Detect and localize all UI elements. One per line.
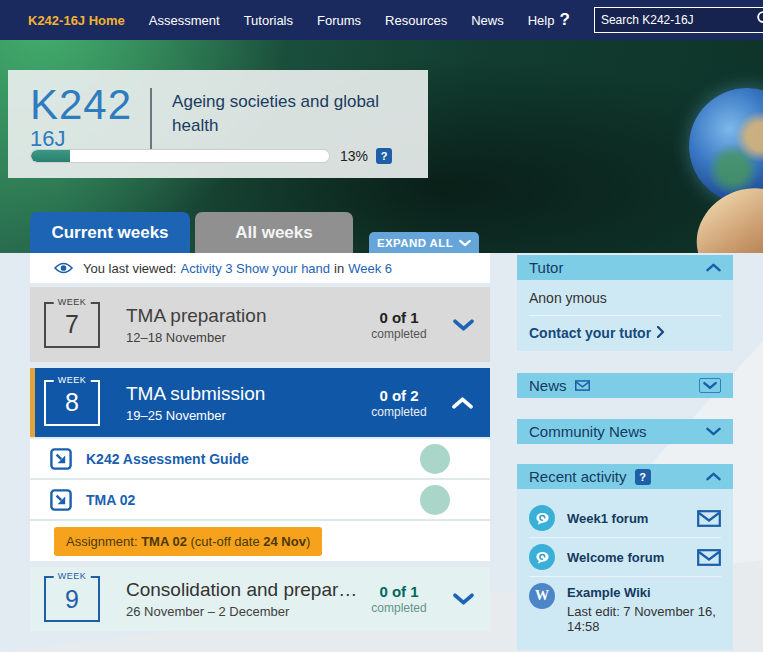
- tma02-link[interactable]: TMA 02: [86, 492, 135, 508]
- assessment-guide-link[interactable]: K242 Assessment Guide: [86, 451, 249, 467]
- wiki-last-edit: Last edit: 7 November 16, 14:58: [567, 604, 721, 634]
- week-8-progress: 0 of 2 completed: [358, 387, 440, 419]
- expand-all-label: EXPAND ALL: [377, 237, 453, 249]
- search-button[interactable]: [756, 10, 763, 30]
- week-9-dates: 26 November – 2 December: [126, 604, 358, 619]
- nav-item-tutorials[interactable]: Tutorials: [244, 13, 293, 28]
- progress-help-icon[interactable]: ?: [376, 148, 392, 164]
- week-7-count: 0 of 1: [358, 309, 440, 326]
- help-question-icon: ?: [559, 10, 569, 30]
- week-8-completed-label: completed: [358, 405, 440, 419]
- chevron-down-icon[interactable]: [450, 319, 476, 331]
- nav-help-label: Help: [528, 13, 555, 28]
- expand-all-button[interactable]: EXPAND ALL: [369, 232, 479, 253]
- week-9-progress: 0 of 1 completed: [358, 583, 440, 615]
- search-box: [594, 7, 763, 33]
- recent-activity-title: Recent activity: [529, 468, 627, 485]
- community-news-title: Community News: [529, 423, 647, 440]
- progress-percent-label: 13%: [340, 148, 368, 164]
- envelope-icon[interactable]: [697, 510, 721, 527]
- eye-icon: [54, 262, 73, 274]
- chevron-down-icon[interactable]: [706, 427, 721, 436]
- tab-current-weeks[interactable]: Current weeks: [30, 212, 190, 253]
- chevron-down-icon[interactable]: [699, 378, 721, 393]
- nav-item-news[interactable]: News: [471, 13, 504, 28]
- envelope-icon[interactable]: [697, 549, 721, 566]
- assignment-prefix: Assignment:: [66, 534, 141, 549]
- tutor-title: Tutor: [529, 259, 563, 276]
- week-9-count: 0 of 1: [358, 583, 440, 600]
- progress-fill: [31, 150, 70, 162]
- last-viewed-connector: in: [334, 261, 344, 276]
- hero-banner: K242 16J Ageing societies and global hea…: [0, 40, 763, 253]
- week-8-card[interactable]: WEEK 8 TMA submission 19–25 November 0 o…: [30, 368, 490, 437]
- recent-activity-header[interactable]: Recent activity ?: [517, 464, 733, 489]
- chevron-up-icon[interactable]: [450, 397, 476, 409]
- search-input[interactable]: [601, 13, 756, 27]
- chevron-down-icon: [459, 237, 471, 249]
- wiki-icon: W: [529, 583, 555, 609]
- chevron-down-icon[interactable]: [450, 593, 476, 605]
- week-8-count: 0 of 2: [358, 387, 440, 404]
- week-9-completed-label: completed: [358, 601, 440, 615]
- example-wiki-link[interactable]: Example Wiki: [567, 585, 651, 600]
- course-code: K242: [30, 84, 132, 126]
- completion-indicator[interactable]: [420, 485, 450, 515]
- top-navigation: K242-16J Home Assessment Tutorials Forum…: [0, 0, 763, 40]
- tutor-header[interactable]: Tutor: [517, 255, 733, 280]
- course-code-block: K242 16J: [30, 84, 132, 150]
- search-icon: [756, 10, 763, 30]
- last-viewed-bar: You last viewed: Activity 3 Show your ha…: [30, 253, 490, 283]
- recent-activity-item: W Example Wiki Last edit: 7 November 16,…: [529, 577, 721, 640]
- week-label: WEEK: [54, 571, 91, 581]
- tab-all-weeks[interactable]: All weeks: [195, 212, 353, 253]
- completion-indicator[interactable]: [420, 444, 450, 474]
- activity-row: K242 Assessment Guide: [30, 439, 490, 480]
- contact-tutor-label: Contact your tutor: [529, 325, 651, 341]
- activity-row: TMA 02: [30, 480, 490, 521]
- chevron-right-icon: [657, 325, 665, 341]
- course-presentation: 16J: [30, 128, 132, 150]
- course-home-page: K242-16J Home Assessment Tutorials Forum…: [0, 0, 763, 652]
- welcome-forum-link[interactable]: Welcome forum: [567, 550, 664, 565]
- chevron-up-icon[interactable]: [706, 472, 721, 481]
- last-viewed-activity-link[interactable]: Activity 3 Show your hand: [180, 261, 330, 276]
- nav-home-link[interactable]: K242-16J Home: [28, 13, 125, 28]
- tutor-name: Anon ymous: [529, 290, 721, 316]
- nav-item-forums[interactable]: Forums: [317, 13, 361, 28]
- recent-activity-body: Week1 forum Welcome forum W Example Wiki: [517, 489, 733, 650]
- news-header[interactable]: News: [517, 373, 733, 398]
- week-8-badge: WEEK 8: [44, 380, 100, 426]
- course-info-card: K242 16J Ageing societies and global hea…: [8, 70, 428, 178]
- nav-help-link[interactable]: Help ?: [528, 10, 570, 30]
- week-7-title: TMA preparation: [126, 305, 358, 327]
- recent-activity-help-icon[interactable]: ?: [635, 469, 651, 485]
- week-number: 9: [65, 585, 79, 614]
- progress-bar: [30, 149, 330, 163]
- nav-item-assessment[interactable]: Assessment: [149, 13, 220, 28]
- weeks-tabs: Current weeks All weeks EXPAND ALL: [30, 212, 479, 253]
- progress-row: 13% ?: [30, 148, 406, 164]
- sidebar: Tutor Anon ymous Contact your tutor News: [517, 255, 733, 650]
- assignment-badge[interactable]: Assignment: TMA 02 (cut-off date 24 Nov): [54, 527, 322, 556]
- weeks-panel: You last viewed: Activity 3 Show your ha…: [30, 253, 490, 631]
- chevron-up-icon[interactable]: [706, 263, 721, 272]
- recent-activity-item: Welcome forum: [529, 538, 721, 577]
- week-9-title: Consolidation and prepar…: [126, 579, 358, 601]
- week-7-badge: WEEK 7: [44, 302, 100, 348]
- last-viewed-week-link[interactable]: Week 6: [348, 261, 392, 276]
- assignment-suffix: ): [306, 534, 310, 549]
- week-7-card[interactable]: WEEK 7 TMA preparation 12–18 November 0 …: [30, 287, 490, 362]
- week1-forum-link[interactable]: Week1 forum: [567, 511, 648, 526]
- assignment-mid: (cut-off date: [187, 534, 263, 549]
- week-label: WEEK: [54, 375, 91, 385]
- recent-activity-item: Week1 forum: [529, 499, 721, 538]
- tutor-body: Anon ymous Contact your tutor: [517, 280, 733, 351]
- week-9-card[interactable]: WEEK 9 Consolidation and prepar… 26 Nove…: [30, 567, 490, 631]
- assignment-document-icon: [50, 489, 72, 511]
- week-7-completed-label: completed: [358, 327, 440, 341]
- week-number: 7: [65, 310, 79, 339]
- contact-tutor-link[interactable]: Contact your tutor: [529, 325, 721, 341]
- nav-item-resources[interactable]: Resources: [385, 13, 447, 28]
- community-news-header[interactable]: Community News: [517, 419, 733, 444]
